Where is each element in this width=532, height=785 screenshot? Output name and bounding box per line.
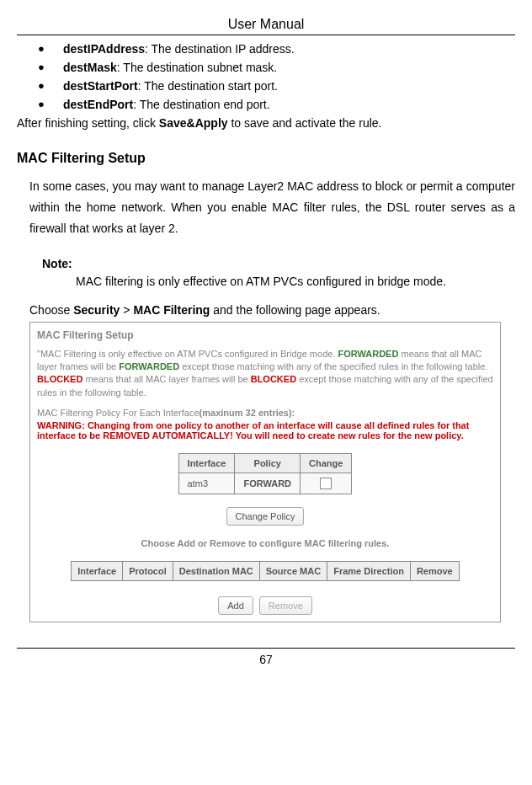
header-rule — [17, 35, 515, 35]
explanation-text: "MAC Filtering is only effective on ATM … — [37, 348, 493, 400]
warning-text: WARNING: Changing from one policy to ano… — [37, 420, 493, 441]
list-item: destMask: The destination subnet mask. — [38, 61, 515, 74]
col-protocol: Protocol — [123, 562, 173, 581]
screenshot-title: MAC Filtering Setup — [37, 329, 493, 341]
cell-change — [301, 473, 352, 494]
text: > — [120, 303, 133, 317]
col-interface: Interface — [72, 562, 123, 581]
list-item: destStartPort: The destination start por… — [38, 79, 515, 93]
text: MAC Filtering Policy For Each Interface — [37, 408, 200, 418]
breadcrumb-security: Security — [73, 303, 120, 317]
col-remove: Remove — [410, 562, 459, 581]
note-text: MAC filtering is only effective on ATM P… — [76, 275, 515, 288]
embedded-screenshot: MAC Filtering Setup "MAC Filtering is on… — [29, 322, 501, 623]
section-heading: MAC Filtering Setup — [17, 151, 515, 166]
blocked-label: BLOCKED — [251, 374, 296, 384]
text: (maxinum 32 entries): — [200, 408, 295, 418]
term: destIPAddress — [63, 42, 145, 56]
forwarded-label: FORWARDED — [338, 349, 398, 359]
page-header-title: User Manual — [17, 17, 515, 32]
rules-table: Interface Protocol Destination MAC Sourc… — [71, 561, 459, 581]
save-apply-label: Save&Apply — [159, 116, 228, 130]
text: means that all MAC layer frames will be — [82, 374, 250, 384]
after-setting-text: After finishing setting, click Save&Appl… — [17, 116, 515, 130]
remove-button[interactable]: Remove — [259, 596, 312, 615]
blocked-label: BLOCKED — [37, 374, 82, 384]
table-row: atm3 FORWARD — [178, 473, 352, 494]
text: Choose — [29, 303, 73, 317]
note-block: Note: MAC filtering is only effective on… — [42, 257, 515, 288]
change-policy-container: Change Policy — [37, 507, 493, 526]
list-item: destIPAddress: The destination IP addres… — [38, 42, 515, 56]
col-interface: Interface — [178, 454, 235, 473]
text: and the following page appears. — [210, 303, 380, 317]
col-frame-direction: Frame Direction — [327, 562, 411, 581]
col-source-mac: Source MAC — [259, 562, 327, 581]
change-checkbox[interactable] — [320, 478, 332, 489]
policy-line: MAC Filtering Policy For Each Interface(… — [37, 408, 493, 418]
breadcrumb-mac-filtering: MAC Filtering — [133, 303, 210, 317]
term: destEndPort — [63, 98, 133, 111]
col-policy: Policy — [235, 454, 301, 473]
list-item: destEndPort: The destination end port. — [38, 98, 515, 111]
add-remove-container: Add Remove — [37, 596, 493, 615]
note-label: Note: — [42, 257, 515, 270]
add-button[interactable]: Add — [218, 596, 253, 615]
term: destStartPort — [63, 79, 138, 93]
page-number: 67 — [17, 648, 515, 666]
col-change: Change — [301, 454, 352, 473]
col-dest-mac: Destination MAC — [173, 562, 259, 581]
desc: : The destination subnet mask. — [117, 61, 277, 74]
intro-paragraph: In some cases, you may want to manage La… — [29, 176, 515, 240]
text: to save and activate the rule. — [228, 116, 382, 130]
desc: : The destination start port. — [138, 79, 278, 93]
forwarded-label: FORWARDED — [119, 361, 179, 371]
parameter-list: destIPAddress: The destination IP addres… — [17, 42, 515, 111]
term: destMask — [63, 61, 117, 74]
navigation-instruction: Choose Security > MAC Filtering and the … — [29, 303, 515, 317]
text: "MAC Filtering is only effective on ATM … — [37, 349, 338, 359]
desc: : The destination IP address. — [145, 42, 295, 56]
cell-interface: atm3 — [178, 473, 235, 494]
text: except those matching with any of the sp… — [179, 361, 487, 371]
change-policy-button[interactable]: Change Policy — [226, 507, 305, 526]
text: After finishing setting, click — [17, 116, 159, 130]
cell-policy: FORWARD — [235, 473, 301, 494]
desc: : The destination end port. — [133, 98, 269, 111]
choose-add-remove-text: Choose Add or Remove to configure MAC fi… — [37, 538, 493, 548]
policy-table: Interface Policy Change atm3 FORWARD — [178, 453, 353, 494]
